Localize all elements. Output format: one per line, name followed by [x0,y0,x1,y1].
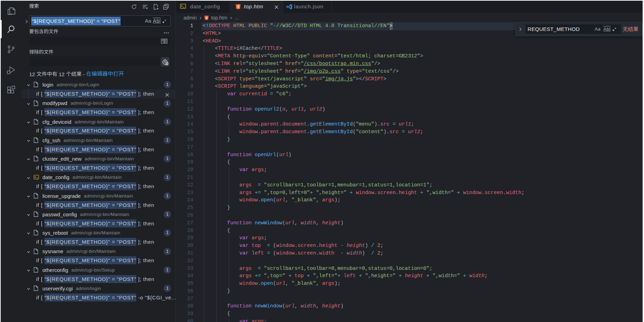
svg-text:5: 5 [206,16,207,19]
svg-text:*: * [614,27,616,31]
svg-text:5: 5 [237,5,239,8]
svg-text:*: * [164,19,166,23]
